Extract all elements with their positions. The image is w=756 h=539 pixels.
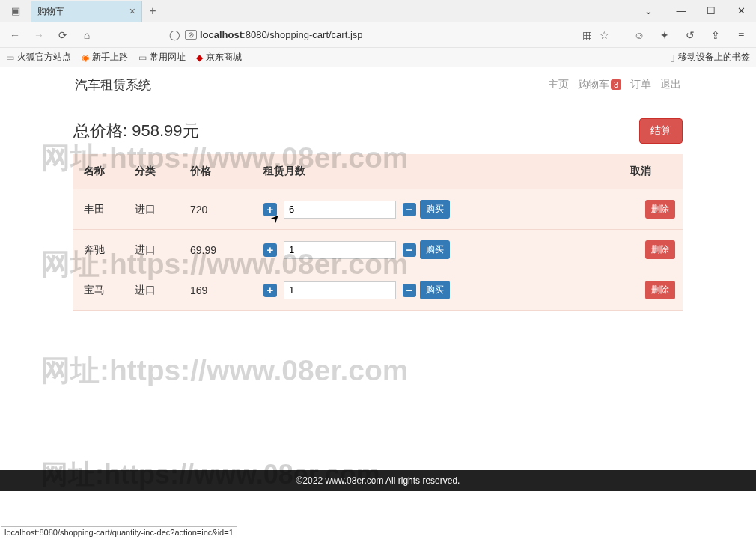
url-text: localhost:8080/shopping-cart/cart.jsp (200, 29, 363, 40)
buy-button[interactable]: 购买 (420, 240, 450, 259)
url-path: :8080/shopping-cart/cart.jsp (243, 29, 362, 40)
buy-button[interactable]: 购买 (420, 281, 450, 299)
tab-close-icon[interactable]: × (129, 5, 135, 17)
url-host: localhost (200, 29, 243, 40)
cell-price: 69.99 (183, 230, 256, 270)
reload-button[interactable]: ⟳ (54, 26, 72, 44)
app-shield-icon: ▣ (0, 1, 31, 22)
lock-icon: ⊘ (185, 30, 197, 40)
quantity-input[interactable] (284, 281, 396, 299)
maximize-button[interactable]: ☐ (696, 1, 726, 22)
bookmark-item-newbie[interactable]: ◉新手上路 (82, 51, 128, 64)
window-controls: ⌄ — ☐ ✕ (633, 1, 756, 22)
cell-quantity: +−购买 (256, 270, 623, 311)
quantity-input[interactable] (284, 201, 396, 219)
minimize-button[interactable]: — (666, 1, 696, 22)
delete-button[interactable]: 删除 (645, 200, 675, 219)
increment-button[interactable]: + (263, 243, 277, 257)
quantity-input[interactable] (284, 241, 396, 259)
cell-quantity: +−购买 (256, 189, 623, 230)
bookmark-item-jd[interactable]: ◆京东商城 (196, 51, 242, 64)
bookmark-item-common[interactable]: ▭常用网址 (138, 51, 186, 64)
extensions-icon[interactable]: ✦ (656, 26, 674, 44)
forward-button[interactable]: → (30, 26, 48, 44)
browser-title-bar: ▣ 购物车 × + ⌄ — ☐ ✕ (0, 0, 756, 22)
total-price: 总价格: 958.99元 (73, 120, 199, 142)
cell-category: 进口 (127, 270, 183, 311)
url-bar[interactable]: ◯ ⊘ localhost:8080/shopping-cart/cart.js… (169, 29, 576, 40)
nav-order[interactable]: 订单 (630, 78, 651, 91)
checkout-button[interactable]: 结算 (639, 118, 683, 144)
buy-button[interactable]: 购买 (420, 200, 450, 219)
cell-cancel: 删除 (623, 270, 683, 311)
cart-badge: 3 (611, 79, 621, 90)
th-category: 分类 (127, 154, 183, 189)
tab-title: 购物车 (37, 5, 129, 18)
nav-home[interactable]: 主页 (548, 78, 569, 91)
cart-table: 名称 分类 价格 租赁月数 取消 丰田进口720+−购买删除奔驰进口69.99+… (73, 154, 683, 311)
back-button[interactable]: ← (6, 26, 24, 44)
bookmark-bar: ▭火狐官方站点 ◉新手上路 ▭常用网址 ◆京东商城 ▯移动设备上的书签 (0, 48, 756, 67)
cell-category: 进口 (127, 189, 183, 230)
total-row: 总价格: 958.99元 结算 (73, 102, 683, 154)
increment-button[interactable]: + (263, 203, 277, 216)
shield-icon: ◯ (169, 29, 180, 40)
decrement-button[interactable]: − (403, 203, 416, 216)
cell-name: 宝马 (73, 270, 127, 311)
tab-overflow-icon[interactable]: ⌄ (633, 1, 663, 22)
nav-cart[interactable]: 购物车3 (578, 78, 621, 91)
bookmark-icon[interactable]: ☆ (600, 29, 609, 41)
browser-tab-active[interactable]: 购物车 × (31, 1, 142, 22)
watermark: 网址:https://www.08er.com (41, 350, 408, 391)
account-icon[interactable]: ☺ (630, 26, 648, 44)
cell-price: 169 (183, 270, 256, 311)
bookmark-mobile[interactable]: ▯移动设备上的书签 (670, 51, 750, 64)
brand-title: 汽车租赁系统 (75, 76, 151, 94)
th-name: 名称 (73, 154, 127, 189)
page-content: 网址:https://www.08er.com 网址:https://www.0… (0, 67, 756, 508)
close-window-button[interactable]: ✕ (726, 1, 756, 22)
nav-links: 主页 购物车3 订单 退出 (548, 78, 681, 91)
page-footer: ©2022 www.08er.com All rights reserved. (0, 470, 756, 491)
increment-button[interactable]: + (263, 284, 277, 297)
new-tab-button[interactable]: + (142, 4, 163, 18)
cell-price: 720 (183, 189, 256, 230)
nav-logout[interactable]: 退出 (660, 78, 681, 91)
qr-icon[interactable]: ▦ (582, 29, 592, 41)
cell-quantity: +−购买 (256, 230, 623, 270)
table-row: 奔驰进口69.99+−购买删除 (73, 230, 683, 270)
page-header: 汽车租赁系统 主页 购物车3 订单 退出 (0, 67, 756, 102)
sync-icon[interactable]: ↺ (681, 26, 699, 44)
cell-name: 奔驰 (73, 230, 127, 270)
table-row: 丰田进口720+−购买删除 (73, 189, 683, 230)
table-row: 宝马进口169+−购买删除 (73, 270, 683, 311)
library-icon[interactable]: ⇪ (707, 26, 725, 44)
browser-nav-bar: ← → ⟳ ⌂ ◯ ⊘ localhost:8080/shopping-cart… (0, 22, 756, 48)
th-quantity: 租赁月数 (256, 154, 623, 189)
decrement-button[interactable]: − (403, 243, 416, 257)
decrement-button[interactable]: − (403, 284, 416, 297)
cell-category: 进口 (127, 230, 183, 270)
delete-button[interactable]: 删除 (645, 281, 675, 299)
th-cancel: 取消 (623, 154, 683, 189)
menu-icon[interactable]: ≡ (732, 26, 750, 44)
delete-button[interactable]: 删除 (645, 240, 675, 259)
cell-cancel: 删除 (623, 189, 683, 230)
browser-status-bar: localhost:8080/shopping-cart/quantity-in… (1, 526, 237, 538)
home-button[interactable]: ⌂ (78, 26, 96, 44)
bookmark-item-firefox[interactable]: ▭火狐官方站点 (6, 51, 71, 64)
tab-strip: ▣ 购物车 × + (0, 0, 163, 22)
cell-cancel: 删除 (623, 230, 683, 270)
th-price: 价格 (183, 154, 256, 189)
cell-name: 丰田 (73, 189, 127, 230)
